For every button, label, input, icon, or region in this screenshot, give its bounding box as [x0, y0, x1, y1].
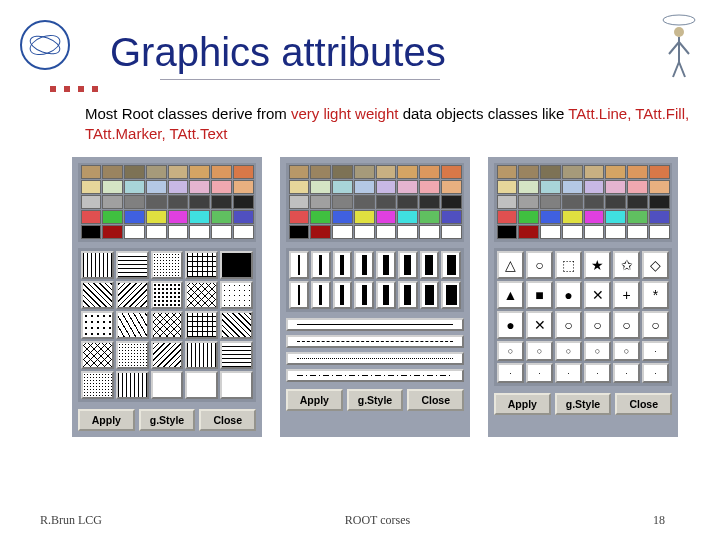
line-style-swatch[interactable] — [286, 335, 464, 348]
line-width-swatch[interactable] — [289, 281, 309, 309]
color-swatch[interactable] — [540, 165, 561, 179]
color-swatch[interactable] — [540, 225, 561, 239]
marker-swatch[interactable]: * — [642, 281, 669, 309]
color-swatch[interactable] — [189, 225, 210, 239]
color-swatch[interactable] — [354, 165, 375, 179]
color-swatch[interactable] — [584, 225, 605, 239]
color-swatch[interactable] — [354, 195, 375, 209]
color-swatch[interactable] — [168, 180, 189, 194]
pattern-swatch[interactable] — [220, 341, 253, 369]
color-swatch[interactable] — [419, 210, 440, 224]
line-width-swatch[interactable] — [398, 251, 418, 279]
line-style-swatch[interactable] — [286, 318, 464, 331]
pattern-swatch[interactable] — [185, 251, 218, 279]
marker-swatch[interactable]: ○ — [584, 341, 611, 361]
pattern-swatch[interactable] — [81, 251, 114, 279]
marker-swatch[interactable]: ○ — [526, 251, 553, 279]
color-swatch[interactable] — [124, 180, 145, 194]
color-swatch[interactable] — [441, 180, 462, 194]
color-swatch[interactable] — [354, 225, 375, 239]
marker-swatch[interactable]: · — [555, 363, 582, 383]
pattern-swatch[interactable] — [81, 311, 114, 339]
marker-swatch[interactable]: ✕ — [526, 311, 553, 339]
color-swatch[interactable] — [562, 195, 583, 209]
color-swatch[interactable] — [81, 180, 102, 194]
color-swatch[interactable] — [562, 165, 583, 179]
color-swatch[interactable] — [102, 165, 123, 179]
line-width-swatch[interactable] — [354, 251, 374, 279]
color-swatch[interactable] — [168, 225, 189, 239]
color-swatch[interactable] — [627, 210, 648, 224]
color-swatch[interactable] — [627, 195, 648, 209]
color-swatch[interactable] — [211, 210, 232, 224]
pattern-swatch[interactable] — [185, 371, 218, 399]
pattern-swatch[interactable] — [185, 311, 218, 339]
color-swatch[interactable] — [354, 210, 375, 224]
close-button[interactable]: Close — [199, 409, 256, 431]
color-swatch[interactable] — [584, 165, 605, 179]
color-swatch[interactable] — [332, 165, 353, 179]
color-swatch[interactable] — [332, 195, 353, 209]
color-swatch[interactable] — [289, 195, 310, 209]
marker-swatch[interactable]: ■ — [526, 281, 553, 309]
close-button[interactable]: Close — [407, 389, 464, 411]
color-swatch[interactable] — [397, 225, 418, 239]
color-swatch[interactable] — [605, 165, 626, 179]
marker-swatch[interactable]: ○ — [497, 341, 524, 361]
color-swatch[interactable] — [102, 225, 123, 239]
marker-swatch[interactable]: ◇ — [642, 251, 669, 279]
color-swatch[interactable] — [518, 225, 539, 239]
color-swatch[interactable] — [540, 195, 561, 209]
marker-swatch[interactable]: ○ — [613, 311, 640, 339]
apply-button[interactable]: Apply — [78, 409, 135, 431]
line-width-swatch[interactable] — [420, 281, 440, 309]
color-swatch[interactable] — [497, 210, 518, 224]
color-swatch[interactable] — [419, 165, 440, 179]
color-swatch[interactable] — [376, 210, 397, 224]
pattern-swatch[interactable] — [116, 311, 149, 339]
color-swatch[interactable] — [605, 210, 626, 224]
pattern-swatch[interactable] — [151, 311, 184, 339]
color-swatch[interactable] — [211, 225, 232, 239]
marker-swatch[interactable]: ● — [555, 281, 582, 309]
color-swatch[interactable] — [497, 195, 518, 209]
line-width-swatch[interactable] — [420, 251, 440, 279]
line-width-swatch[interactable] — [311, 251, 331, 279]
color-swatch[interactable] — [310, 210, 331, 224]
marker-swatch[interactable]: ✩ — [613, 251, 640, 279]
pattern-swatch[interactable] — [220, 371, 253, 399]
color-swatch[interactable] — [397, 180, 418, 194]
color-swatch[interactable] — [649, 180, 670, 194]
color-swatch[interactable] — [397, 195, 418, 209]
marker-swatch[interactable]: ⬚ — [555, 251, 582, 279]
color-swatch[interactable] — [584, 180, 605, 194]
color-swatch[interactable] — [146, 165, 167, 179]
color-swatch[interactable] — [233, 180, 254, 194]
gstyle-button[interactable]: g.Style — [139, 409, 196, 431]
color-swatch[interactable] — [649, 165, 670, 179]
color-swatch[interactable] — [649, 210, 670, 224]
apply-button[interactable]: Apply — [286, 389, 343, 411]
color-swatch[interactable] — [146, 210, 167, 224]
color-swatch[interactable] — [627, 180, 648, 194]
pattern-swatch[interactable] — [220, 251, 253, 279]
color-swatch[interactable] — [562, 210, 583, 224]
marker-swatch[interactable]: ○ — [555, 341, 582, 361]
pattern-swatch[interactable] — [185, 281, 218, 309]
color-swatch[interactable] — [211, 165, 232, 179]
color-swatch[interactable] — [441, 165, 462, 179]
color-swatch[interactable] — [102, 180, 123, 194]
gstyle-button[interactable]: g.Style — [555, 393, 612, 415]
line-width-swatch[interactable] — [354, 281, 374, 309]
color-swatch[interactable] — [146, 225, 167, 239]
color-swatch[interactable] — [233, 225, 254, 239]
color-swatch[interactable] — [289, 180, 310, 194]
color-swatch[interactable] — [81, 225, 102, 239]
color-swatch[interactable] — [310, 165, 331, 179]
line-width-swatch[interactable] — [333, 251, 353, 279]
color-swatch[interactable] — [441, 210, 462, 224]
marker-swatch[interactable]: ○ — [642, 311, 669, 339]
color-swatch[interactable] — [211, 180, 232, 194]
marker-swatch[interactable]: △ — [497, 251, 524, 279]
color-swatch[interactable] — [289, 165, 310, 179]
